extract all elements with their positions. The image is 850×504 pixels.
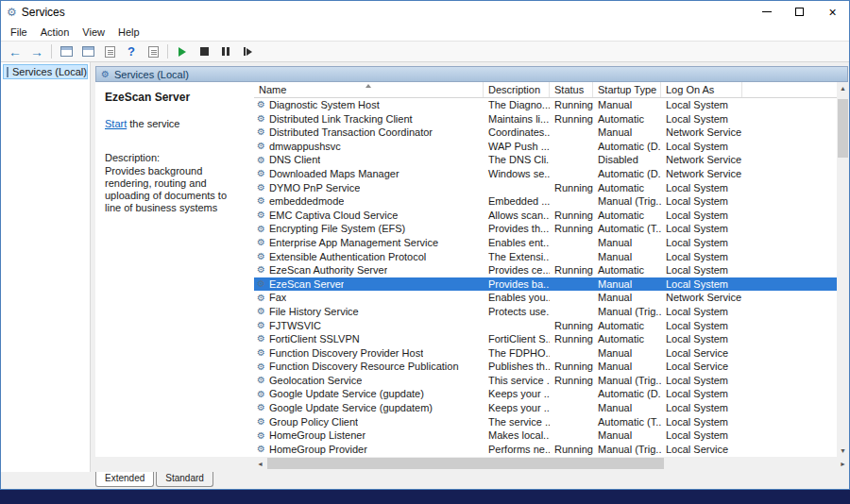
table-row[interactable]: ⚙Distributed Link Tracking ClientMaintai…: [254, 112, 837, 126]
service-gear-icon: ⚙: [257, 321, 265, 330]
table-row[interactable]: ⚙Extensible Authentication ProtocolThe E…: [254, 250, 837, 264]
show-console-tree-button[interactable]: [56, 42, 76, 61]
table-row[interactable]: ⚙File History ServiceProtects use...Manu…: [254, 305, 837, 319]
table-row[interactable]: ⚙Function Discovery Provider HostThe FDP…: [254, 346, 837, 361]
scroll-right-arrow[interactable]: ►: [837, 457, 849, 470]
table-row[interactable]: ⚙DNS ClientThe DNS Cli...DisabledNetwork…: [254, 153, 837, 167]
export-list-button[interactable]: [99, 42, 120, 61]
table-row[interactable]: ⚙Group Policy ClientThe service ...Autom…: [254, 415, 837, 429]
stop-service-button[interactable]: [194, 42, 214, 61]
extended-view-pane: EzeScan Server Start the service Descrip…: [95, 82, 254, 457]
table-row[interactable]: ⚙DYMO PnP ServiceRunningAutomaticLocal S…: [254, 181, 837, 195]
app-icon: ⚙: [7, 7, 17, 18]
back-button[interactable]: ←: [5, 42, 26, 61]
service-name: HomeGroup Listener: [269, 428, 366, 443]
table-row[interactable]: ⚙EMC Captiva Cloud ServiceAllows scan...…: [254, 209, 837, 223]
table-row[interactable]: ⚙dmwappushsvcWAP Push ...Automatic (D...…: [254, 140, 837, 154]
table-row[interactable]: ⚙Diagnostic System HostThe Diagno...Runn…: [254, 98, 837, 112]
service-name: Diagnostic System Host: [269, 98, 380, 112]
service-name: File History Service: [269, 305, 359, 319]
pause-service-button[interactable]: [215, 42, 236, 61]
table-row[interactable]: ⚙Function Discovery Resource Publication…: [254, 360, 837, 374]
column-header-startup-type[interactable]: Startup Type: [593, 82, 661, 97]
start-service-button[interactable]: [172, 42, 193, 61]
view-tabs: Extended Standard: [95, 472, 213, 487]
restart-service-button[interactable]: [237, 42, 258, 61]
column-header-fill: [742, 82, 837, 97]
toolbar-separator: [167, 44, 168, 59]
titlebar[interactable]: ⚙ Services ×: [1, 1, 849, 23]
table-row[interactable]: ⚙EzeScan ServerProvides ba...ManualLocal…: [254, 277, 837, 292]
table-row[interactable]: ⚙embeddedmodeEmbedded ...Manual (Trig...…: [254, 194, 837, 209]
table-row[interactable]: ⚙FJTWSVICRunningAutomaticLocal System: [254, 319, 837, 333]
table-row[interactable]: ⚙Google Update Service (gupdatem)Keeps y…: [254, 401, 837, 415]
horizontal-scrollbar[interactable]: ◄ ►: [254, 457, 849, 470]
table-row[interactable]: ⚙Enterprise App Management ServiceEnable…: [254, 236, 837, 250]
service-name: dmwappushsvc: [269, 140, 341, 154]
column-header-log-on-as[interactable]: Log On As: [661, 82, 742, 97]
sort-ascending-icon: [366, 84, 371, 88]
close-button[interactable]: ×: [816, 1, 849, 23]
service-action-line: Start the service: [105, 118, 245, 129]
table-row[interactable]: ⚙Google Update Service (gupdate)Keeps yo…: [254, 387, 837, 401]
tree-item-label: Services (Local): [12, 66, 87, 77]
table-row[interactable]: ⚙HomeGroup ListenerMakes local...ManualL…: [254, 428, 837, 443]
table-row[interactable]: ⚙Geolocation ServiceThis service ...Runn…: [254, 374, 837, 388]
table-row[interactable]: ⚙HomeGroup ProviderPerforms ne...Running…: [254, 443, 837, 457]
service-gear-icon: ⚙: [257, 127, 265, 137]
minimize-icon: [762, 11, 772, 12]
service-name: Function Discovery Provider Host: [269, 346, 423, 361]
properties-button[interactable]: [77, 42, 98, 61]
start-icon: [178, 47, 186, 57]
service-gear-icon: ⚙: [257, 279, 265, 289]
service-name: EzeScan Authority Server: [269, 263, 387, 277]
column-header-status[interactable]: Status: [550, 82, 593, 97]
menu-action[interactable]: Action: [34, 25, 76, 40]
start-service-link[interactable]: Start: [105, 118, 127, 129]
minimize-button[interactable]: [750, 1, 783, 23]
table-row[interactable]: ⚙Distributed Transaction CoordinatorCoor…: [254, 126, 837, 140]
pane-header: ⚙ Services (Local): [95, 66, 848, 82]
services-gear-icon: ⚙: [101, 70, 110, 79]
menu-view[interactable]: View: [76, 25, 111, 40]
scroll-down-arrow[interactable]: ▼: [837, 445, 849, 457]
table-row[interactable]: ⚙Encrypting File System (EFS)Provides th…: [254, 222, 837, 236]
scroll-up-arrow[interactable]: ▲: [837, 82, 849, 94]
refresh-button[interactable]: [143, 42, 163, 61]
vertical-scroll-thumb[interactable]: [838, 99, 848, 158]
vertical-scrollbar[interactable]: ▲ ▼: [837, 82, 849, 457]
menubar: File Action View Help: [1, 23, 849, 42]
help-button[interactable]: ?: [121, 42, 142, 61]
table-row[interactable]: ⚙EzeScan Authority ServerProvides ce...R…: [254, 263, 837, 277]
service-gear-icon: ⚙: [257, 307, 265, 316]
column-header-description[interactable]: Description: [484, 82, 550, 97]
service-name: EMC Captiva Cloud Service: [269, 209, 398, 223]
console-node-icon: [7, 67, 8, 77]
properties-icon: [82, 46, 94, 57]
service-name: Geolocation Service: [269, 374, 362, 388]
export-list-icon: [105, 46, 115, 58]
column-header-name[interactable]: Name: [254, 82, 484, 97]
service-gear-icon: ⚙: [257, 445, 265, 454]
table-row[interactable]: ⚙FortiClient SSLVPNFortiClient S...Runni…: [254, 332, 837, 346]
services-list: Name Description Status Startup Type Log…: [254, 82, 837, 457]
service-name: Extensible Authentication Protocol: [269, 250, 426, 264]
tab-extended[interactable]: Extended: [95, 472, 154, 487]
service-gear-icon: ⚙: [257, 225, 265, 234]
menu-help[interactable]: Help: [111, 25, 146, 40]
maximize-button[interactable]: [783, 1, 816, 23]
horizontal-scroll-thumb[interactable]: [267, 458, 664, 469]
service-gear-icon: ⚙: [257, 156, 265, 165]
scroll-left-arrow[interactable]: ◄: [254, 457, 266, 470]
column-headers: Name Description Status Startup Type Log…: [254, 82, 837, 98]
console-tree: Services (Local): [1, 62, 91, 472]
service-gear-icon: ⚙: [257, 265, 265, 275]
service-name: FortiClient SSLVPN: [269, 332, 360, 346]
table-row[interactable]: ⚙Downloaded Maps ManagerWindows se...Aut…: [254, 167, 837, 181]
forward-button[interactable]: →: [26, 42, 47, 61]
tree-item-services-local[interactable]: Services (Local): [3, 64, 88, 79]
menu-file[interactable]: File: [4, 25, 34, 40]
table-row[interactable]: ⚙FaxEnables you...ManualNetwork Service: [254, 291, 837, 305]
service-name: Function Discovery Resource Publication: [269, 360, 459, 374]
tab-standard[interactable]: Standard: [156, 472, 213, 487]
